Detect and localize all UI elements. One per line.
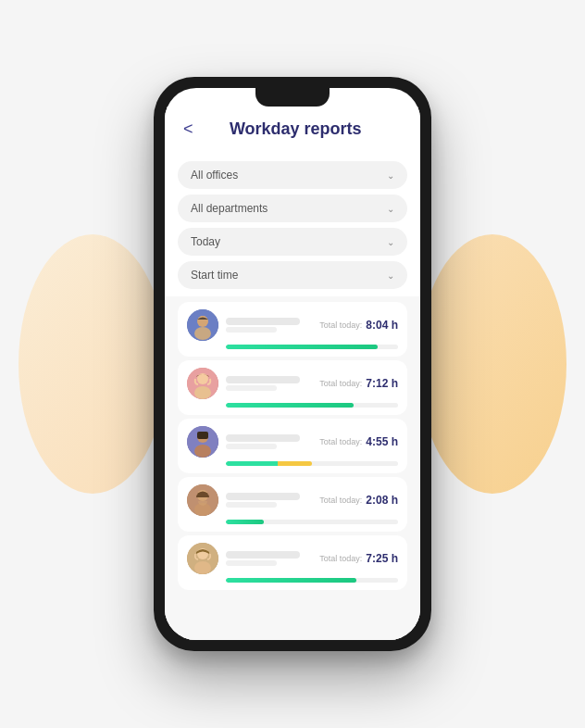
employee-card[interactable]: Total today: 8:04 h	[178, 302, 407, 357]
employee-info	[226, 493, 312, 508]
name-placeholder	[226, 493, 300, 500]
svg-point-16	[194, 561, 211, 574]
time-info: Total today: 2:08 h	[319, 494, 398, 507]
background-blob-right	[418, 234, 566, 494]
progress-fill	[226, 461, 312, 466]
time-value: 7:25 h	[366, 552, 398, 565]
total-label: Total today:	[319, 320, 362, 330]
employee-info	[226, 434, 312, 449]
employee-card[interactable]: Total today: 2:08 h	[178, 477, 407, 532]
svg-point-2	[194, 327, 211, 340]
total-label: Total today:	[319, 379, 362, 388]
screen-content: < Workday reports All offices ⌄ All depa…	[165, 107, 420, 640]
role-placeholder	[226, 560, 277, 566]
svg-point-9	[194, 445, 211, 458]
progress-bar	[226, 403, 398, 408]
role-placeholder	[226, 327, 277, 333]
sortby-filter[interactable]: Start time ⌄	[178, 261, 407, 289]
total-label: Total today:	[319, 554, 362, 563]
back-button[interactable]: <	[180, 118, 197, 141]
progress-fill	[226, 578, 356, 583]
employees-list: Total today: 8:04 h	[165, 296, 420, 640]
time-info: Total today: 8:04 h	[319, 319, 398, 332]
phone-notch	[255, 88, 330, 107]
phone-screen: < Workday reports All offices ⌄ All depa…	[165, 88, 420, 640]
phone-wrapper: < Workday reports All offices ⌄ All depa…	[154, 77, 431, 651]
employee-info	[226, 318, 312, 333]
progress-bar	[226, 461, 398, 466]
date-filter-label: Today	[191, 235, 220, 248]
role-placeholder	[226, 385, 277, 391]
employee-info	[226, 551, 312, 566]
chevron-down-icon: ⌄	[387, 170, 394, 181]
name-placeholder	[226, 318, 300, 325]
header: < Workday reports	[165, 107, 420, 154]
progress-fill	[226, 403, 354, 408]
avatar	[187, 309, 218, 341]
employee-card[interactable]: Total today: 4:55 h	[178, 419, 407, 473]
progress-fill	[226, 520, 264, 524]
time-value: 2:08 h	[366, 494, 398, 507]
time-value: 7:12 h	[366, 377, 398, 390]
role-placeholder	[226, 444, 277, 449]
svg-point-5	[197, 373, 208, 384]
sortby-filter-label: Start time	[191, 269, 238, 282]
svg-point-6	[194, 386, 211, 399]
phone-outer: < Workday reports All offices ⌄ All depa…	[154, 77, 431, 651]
time-info: Total today: 7:12 h	[319, 377, 398, 390]
name-placeholder	[226, 551, 300, 559]
filters-section: All offices ⌄ All departments ⌄ Today ⌄ …	[165, 154, 420, 296]
departments-filter-label: All departments	[191, 202, 268, 215]
employee-info	[226, 376, 312, 391]
chevron-down-icon: ⌄	[387, 237, 394, 247]
chevron-down-icon: ⌄	[387, 204, 394, 214]
progress-bar	[226, 520, 398, 524]
total-label: Total today:	[319, 437, 362, 446]
time-info: Total today: 4:55 h	[319, 435, 398, 448]
departments-filter[interactable]: All departments ⌄	[178, 195, 407, 222]
name-placeholder	[226, 434, 300, 442]
progress-bar	[226, 578, 398, 583]
time-info: Total today: 7:25 h	[319, 552, 398, 565]
avatar	[187, 426, 218, 458]
progress-fill	[226, 345, 378, 349]
page-title: Workday reports	[205, 119, 405, 139]
date-filter[interactable]: Today ⌄	[178, 228, 407, 256]
name-placeholder	[226, 376, 300, 383]
avatar	[187, 543, 218, 574]
offices-filter-label: All offices	[191, 169, 238, 182]
offices-filter[interactable]: All offices ⌄	[178, 161, 407, 189]
chevron-down-icon: ⌄	[387, 270, 394, 281]
background-blob-left	[19, 234, 167, 494]
role-placeholder	[226, 502, 277, 508]
avatar	[187, 484, 218, 516]
avatar	[187, 368, 218, 399]
total-label: Total today:	[319, 496, 362, 505]
employee-card[interactable]: Total today: 7:25 h	[178, 535, 407, 590]
progress-bar	[226, 345, 398, 349]
time-value: 8:04 h	[366, 319, 398, 332]
employee-card[interactable]: Total today: 7:12 h	[178, 360, 407, 415]
time-value: 4:55 h	[366, 435, 398, 448]
